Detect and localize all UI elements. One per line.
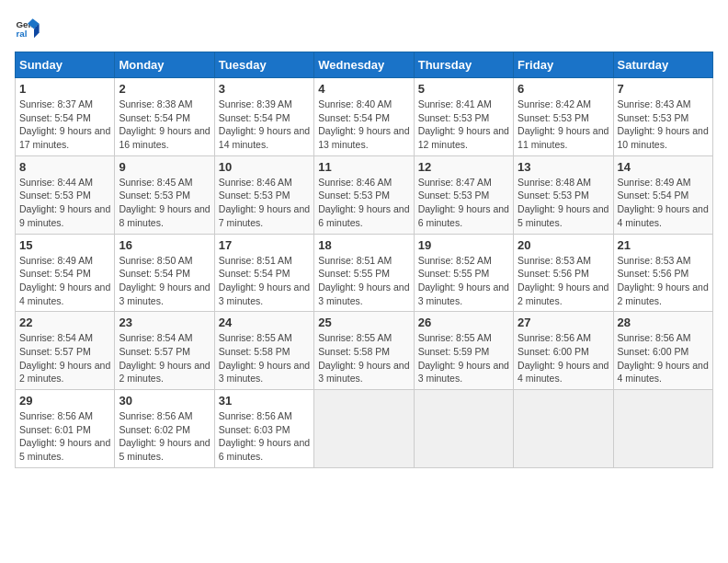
- day-number: 5: [418, 82, 509, 96]
- day-cell-30: 30Sunrise: 8:56 AM Sunset: 6:02 PM Dayli…: [115, 390, 214, 468]
- day-number: 11: [318, 160, 409, 174]
- day-info: Sunrise: 8:41 AM Sunset: 5:53 PM Dayligh…: [418, 98, 509, 152]
- week-row-5: 29Sunrise: 8:56 AM Sunset: 6:01 PM Dayli…: [16, 390, 713, 468]
- day-cell-29: 29Sunrise: 8:56 AM Sunset: 6:01 PM Dayli…: [16, 390, 115, 468]
- day-cell-28: 28Sunrise: 8:56 AM Sunset: 6:00 PM Dayli…: [613, 312, 712, 390]
- day-number: 21: [618, 238, 709, 252]
- header-sunday: Sunday: [16, 52, 115, 78]
- day-number: 26: [418, 316, 509, 329]
- day-cell-23: 23Sunrise: 8:54 AM Sunset: 5:57 PM Dayli…: [115, 312, 214, 390]
- day-cell-17: 17Sunrise: 8:51 AM Sunset: 5:54 PM Dayli…: [214, 234, 313, 312]
- day-info: Sunrise: 8:52 AM Sunset: 5:55 PM Dayligh…: [418, 254, 509, 308]
- day-number: 22: [19, 316, 110, 329]
- day-number: 15: [19, 238, 110, 252]
- logo: Gene ral: [15, 15, 44, 40]
- empty-cell: [414, 390, 513, 468]
- day-info: Sunrise: 8:51 AM Sunset: 5:54 PM Dayligh…: [219, 254, 310, 308]
- day-info: Sunrise: 8:43 AM Sunset: 5:53 PM Dayligh…: [618, 98, 709, 152]
- day-cell-20: 20Sunrise: 8:53 AM Sunset: 5:56 PM Dayli…: [514, 234, 613, 312]
- day-info: Sunrise: 8:50 AM Sunset: 5:54 PM Dayligh…: [119, 254, 210, 308]
- day-info: Sunrise: 8:44 AM Sunset: 5:53 PM Dayligh…: [19, 176, 110, 230]
- day-cell-13: 13Sunrise: 8:48 AM Sunset: 5:53 PM Dayli…: [514, 155, 613, 234]
- day-number: 27: [518, 316, 609, 329]
- day-info: Sunrise: 8:56 AM Sunset: 6:01 PM Dayligh…: [19, 409, 110, 464]
- day-number: 1: [19, 82, 110, 96]
- day-number: 23: [119, 316, 210, 329]
- day-number: 30: [119, 394, 210, 408]
- day-info: Sunrise: 8:55 AM Sunset: 5:58 PM Dayligh…: [219, 331, 310, 385]
- day-info: Sunrise: 8:51 AM Sunset: 5:55 PM Dayligh…: [318, 254, 409, 308]
- day-info: Sunrise: 8:49 AM Sunset: 5:54 PM Dayligh…: [19, 254, 110, 308]
- day-info: Sunrise: 8:48 AM Sunset: 5:53 PM Dayligh…: [518, 176, 609, 230]
- day-number: 9: [119, 160, 210, 174]
- day-info: Sunrise: 8:42 AM Sunset: 5:53 PM Dayligh…: [518, 98, 609, 152]
- day-cell-6: 6Sunrise: 8:42 AM Sunset: 5:53 PM Daylig…: [514, 78, 613, 156]
- svg-text:ral: ral: [16, 29, 27, 39]
- day-info: Sunrise: 8:55 AM Sunset: 5:59 PM Dayligh…: [418, 331, 509, 385]
- day-cell-26: 26Sunrise: 8:55 AM Sunset: 5:59 PM Dayli…: [414, 312, 513, 390]
- day-cell-9: 9Sunrise: 8:45 AM Sunset: 5:53 PM Daylig…: [115, 155, 214, 234]
- day-info: Sunrise: 8:54 AM Sunset: 5:57 PM Dayligh…: [119, 331, 210, 385]
- page-header: Gene ral: [15, 15, 713, 40]
- day-info: Sunrise: 8:49 AM Sunset: 5:54 PM Dayligh…: [618, 176, 709, 230]
- calendar-table: SundayMondayTuesdayWednesdayThursdayFrid…: [15, 52, 713, 468]
- day-number: 3: [219, 82, 310, 96]
- day-number: 18: [318, 238, 409, 252]
- day-number: 10: [219, 160, 310, 174]
- day-cell-12: 12Sunrise: 8:47 AM Sunset: 5:53 PM Dayli…: [414, 155, 513, 234]
- day-info: Sunrise: 8:56 AM Sunset: 6:03 PM Dayligh…: [219, 409, 310, 464]
- header-friday: Friday: [514, 52, 613, 78]
- week-row-3: 15Sunrise: 8:49 AM Sunset: 5:54 PM Dayli…: [16, 234, 713, 312]
- day-cell-10: 10Sunrise: 8:46 AM Sunset: 5:53 PM Dayli…: [214, 155, 313, 234]
- day-info: Sunrise: 8:39 AM Sunset: 5:54 PM Dayligh…: [219, 98, 310, 152]
- week-row-1: 1Sunrise: 8:37 AM Sunset: 5:54 PM Daylig…: [16, 78, 713, 156]
- day-number: 29: [19, 394, 110, 408]
- day-number: 7: [618, 82, 709, 96]
- header-wednesday: Wednesday: [314, 52, 414, 78]
- empty-cell: [613, 390, 712, 468]
- day-info: Sunrise: 8:40 AM Sunset: 5:54 PM Dayligh…: [318, 98, 409, 152]
- day-number: 2: [119, 82, 210, 96]
- day-cell-21: 21Sunrise: 8:53 AM Sunset: 5:56 PM Dayli…: [613, 234, 712, 312]
- day-cell-4: 4Sunrise: 8:40 AM Sunset: 5:54 PM Daylig…: [314, 78, 414, 156]
- day-info: Sunrise: 8:53 AM Sunset: 5:56 PM Dayligh…: [618, 254, 709, 308]
- day-number: 4: [318, 82, 409, 96]
- day-info: Sunrise: 8:54 AM Sunset: 5:57 PM Dayligh…: [19, 331, 110, 385]
- calendar-header-row: SundayMondayTuesdayWednesdayThursdayFrid…: [16, 52, 713, 78]
- day-number: 16: [119, 238, 210, 252]
- week-row-2: 8Sunrise: 8:44 AM Sunset: 5:53 PM Daylig…: [16, 155, 713, 234]
- day-number: 24: [219, 316, 310, 329]
- day-cell-2: 2Sunrise: 8:38 AM Sunset: 5:54 PM Daylig…: [115, 78, 214, 156]
- day-cell-8: 8Sunrise: 8:44 AM Sunset: 5:53 PM Daylig…: [16, 155, 115, 234]
- day-cell-1: 1Sunrise: 8:37 AM Sunset: 5:54 PM Daylig…: [16, 78, 115, 156]
- day-info: Sunrise: 8:47 AM Sunset: 5:53 PM Dayligh…: [418, 176, 509, 230]
- day-number: 8: [19, 160, 110, 174]
- empty-cell: [314, 390, 414, 468]
- day-cell-31: 31Sunrise: 8:56 AM Sunset: 6:03 PM Dayli…: [214, 390, 313, 468]
- day-info: Sunrise: 8:55 AM Sunset: 5:58 PM Dayligh…: [318, 331, 409, 385]
- day-number: 25: [318, 316, 409, 329]
- day-cell-25: 25Sunrise: 8:55 AM Sunset: 5:58 PM Dayli…: [314, 312, 414, 390]
- logo-icon: Gene ral: [15, 15, 40, 40]
- day-info: Sunrise: 8:46 AM Sunset: 5:53 PM Dayligh…: [318, 176, 409, 230]
- header-saturday: Saturday: [613, 52, 712, 78]
- day-number: 12: [418, 160, 509, 174]
- day-info: Sunrise: 8:46 AM Sunset: 5:53 PM Dayligh…: [219, 176, 310, 230]
- day-number: 31: [219, 394, 310, 408]
- day-cell-14: 14Sunrise: 8:49 AM Sunset: 5:54 PM Dayli…: [613, 155, 712, 234]
- day-info: Sunrise: 8:56 AM Sunset: 6:00 PM Dayligh…: [618, 331, 709, 385]
- day-number: 13: [518, 160, 609, 174]
- day-info: Sunrise: 8:38 AM Sunset: 5:54 PM Dayligh…: [119, 98, 210, 152]
- day-number: 19: [418, 238, 509, 252]
- day-number: 6: [518, 82, 609, 96]
- day-info: Sunrise: 8:53 AM Sunset: 5:56 PM Dayligh…: [518, 254, 609, 308]
- empty-cell: [514, 390, 613, 468]
- day-cell-18: 18Sunrise: 8:51 AM Sunset: 5:55 PM Dayli…: [314, 234, 414, 312]
- day-number: 28: [618, 316, 709, 329]
- day-number: 14: [618, 160, 709, 174]
- day-cell-15: 15Sunrise: 8:49 AM Sunset: 5:54 PM Dayli…: [16, 234, 115, 312]
- day-cell-24: 24Sunrise: 8:55 AM Sunset: 5:58 PM Dayli…: [214, 312, 313, 390]
- day-number: 17: [219, 238, 310, 252]
- day-cell-19: 19Sunrise: 8:52 AM Sunset: 5:55 PM Dayli…: [414, 234, 513, 312]
- day-number: 20: [518, 238, 609, 252]
